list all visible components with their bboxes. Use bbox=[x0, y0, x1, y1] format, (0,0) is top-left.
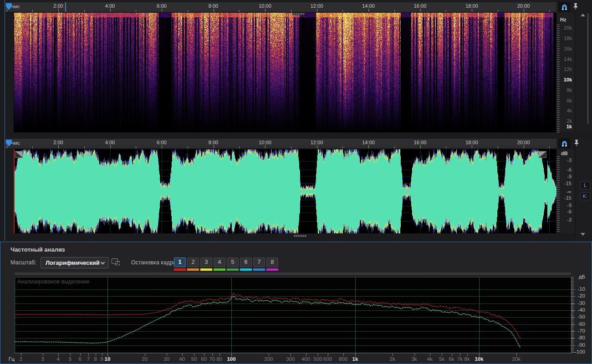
freq-tick-label: 4k bbox=[427, 356, 433, 362]
scroll-down-arrow-icon[interactable] bbox=[581, 233, 585, 236]
plot-db-tick bbox=[571, 331, 575, 332]
ruler-tick bbox=[420, 145, 421, 148]
scale-dropdown[interactable]: Логарифмический bbox=[41, 257, 109, 268]
freq-tick bbox=[442, 354, 442, 356]
channel-button-right[interactable]: K: bbox=[580, 192, 590, 200]
frequency-plot-canvas[interactable] bbox=[15, 277, 571, 353]
ruler-tick bbox=[214, 9, 214, 12]
freq-tick-label: 8 bbox=[94, 356, 97, 362]
marker-pin-button-2[interactable] bbox=[573, 139, 580, 147]
frame-hold-button-1[interactable]: 1 bbox=[174, 258, 186, 267]
plot-db-tick-label: -30 bbox=[577, 300, 585, 306]
freq-tick-label: 600 bbox=[323, 356, 332, 362]
freq-tick bbox=[306, 354, 306, 356]
db-scale-label: -9 bbox=[567, 174, 572, 179]
panel-title: Частотный анализ bbox=[10, 246, 65, 253]
freq-tick bbox=[460, 354, 460, 356]
ruler-tick bbox=[239, 147, 240, 148]
freq-tick-label: 5 bbox=[69, 356, 71, 362]
freq-tick-label: 7 bbox=[87, 356, 90, 362]
freq-tick bbox=[58, 354, 59, 356]
hz-tick-comb bbox=[556, 25, 560, 132]
waveform-display[interactable] bbox=[14, 149, 556, 233]
hz-scale-label: 10k bbox=[564, 77, 572, 82]
magnet-icon-2 bbox=[561, 140, 568, 147]
ruler-tick bbox=[342, 147, 343, 148]
hold-label: Остановка кадра: bbox=[131, 259, 178, 266]
db-scale-label: -15 bbox=[564, 195, 572, 201]
time-label: 8:00 bbox=[209, 140, 218, 145]
time-label: 8:00 bbox=[209, 3, 218, 9]
plot-db-axis-title: дБ bbox=[579, 274, 585, 279]
magnet-icon bbox=[561, 4, 568, 10]
editor-vertical-scrollbar[interactable] bbox=[575, 13, 592, 238]
freq-tick-label: 9 bbox=[100, 356, 103, 362]
frequency-plot[interactable]: Анализированое выделение bbox=[15, 277, 571, 353]
frequency-scale-ruler[interactable]: Hz 20k18k16k14k12k10k8k6k4k2k1k bbox=[556, 13, 575, 132]
freq-tick bbox=[516, 354, 517, 356]
channel-button-left[interactable]: L bbox=[580, 182, 590, 189]
fade-out-handle[interactable] bbox=[539, 151, 546, 158]
frame-hold-button-3[interactable]: 3 bbox=[200, 258, 212, 267]
freq-tick bbox=[102, 354, 102, 356]
plot-scrollbar[interactable] bbox=[15, 273, 571, 275]
db-axis-title: dB bbox=[561, 151, 568, 156]
waveform-time-ruler[interactable]: чмс 2:004:006:008:0010:0012:0014:0016:00… bbox=[5, 139, 556, 149]
spectral-resize-handle[interactable] bbox=[292, 13, 305, 15]
snap-toggle-button[interactable] bbox=[558, 2, 570, 12]
fade-in-handle[interactable] bbox=[15, 151, 23, 158]
ruler-tick bbox=[136, 147, 136, 148]
freq-tick bbox=[328, 354, 328, 356]
scroll-up-arrow-icon[interactable] bbox=[581, 14, 585, 16]
ruler-tick bbox=[291, 10, 291, 12]
freq-tick-label: 6 bbox=[78, 356, 81, 362]
ruler-tick bbox=[291, 147, 291, 148]
frame-color-bar bbox=[266, 268, 278, 271]
freq-tick bbox=[467, 354, 468, 356]
freq-tick-label: 6k bbox=[449, 356, 454, 362]
marker-pin-button[interactable] bbox=[572, 3, 579, 11]
plot-overlay-label: Анализированое выделение bbox=[17, 278, 90, 285]
ruler-tick bbox=[162, 145, 162, 148]
freq-tick-label: 80 bbox=[216, 356, 222, 362]
time-label: 12:00 bbox=[311, 3, 323, 9]
freq-tick bbox=[219, 354, 220, 356]
waveform-resize-handle-2[interactable] bbox=[294, 235, 306, 237]
current-time-indicator[interactable] bbox=[14, 149, 15, 233]
time-label: 14:00 bbox=[362, 140, 375, 145]
ruler-tick bbox=[317, 145, 317, 148]
freq-tick bbox=[80, 354, 81, 356]
snap-toggle-button-2[interactable] bbox=[558, 138, 570, 148]
waveform-canvas[interactable] bbox=[14, 149, 556, 233]
freq-tick bbox=[194, 354, 194, 356]
freq-tick bbox=[318, 354, 318, 356]
ruler-tick bbox=[162, 9, 162, 12]
freq-tick-label: 4 bbox=[57, 356, 60, 362]
plot-db-tick-label: -40 bbox=[577, 307, 585, 313]
amplitude-scale-ruler[interactable]: dB -3-6-9-15-∞-15-9-6-3 bbox=[556, 149, 575, 233]
time-marker-line[interactable] bbox=[65, 2, 66, 12]
freq-tick bbox=[21, 354, 21, 356]
panel-menu-icon[interactable]: ≡ bbox=[59, 246, 63, 253]
freq-tick-label: 400 bbox=[301, 356, 310, 362]
scroll-thumb[interactable] bbox=[587, 14, 588, 124]
freq-tick-label: 100 bbox=[227, 356, 235, 362]
ruler-tick bbox=[524, 145, 524, 148]
frame-hold-button-7[interactable]: 7 bbox=[253, 258, 265, 267]
freq-tick-label: 300 bbox=[286, 356, 295, 362]
frame-hold-button-6[interactable]: 6 bbox=[240, 258, 252, 267]
freq-tick bbox=[204, 354, 204, 356]
frame-hold-button-8[interactable]: 8 bbox=[266, 258, 278, 267]
copy-frame-button[interactable] bbox=[112, 258, 121, 267]
frame-hold-button-4[interactable]: 4 bbox=[214, 258, 225, 267]
frame-hold-button-5[interactable]: 5 bbox=[227, 258, 239, 267]
spectral-time-ruler[interactable]: чмс 2:004:006:008:0010:0012:0014:0016:00… bbox=[5, 2, 556, 12]
freq-tick bbox=[269, 354, 269, 356]
hz-scale-label: 8k bbox=[566, 87, 572, 93]
db-scale-label: -∞ bbox=[566, 189, 572, 194]
spectrogram-display[interactable] bbox=[14, 13, 556, 132]
ruler-tick bbox=[498, 147, 498, 148]
frame-hold-button-2[interactable]: 2 bbox=[187, 258, 199, 267]
plot-db-tick-label: -100 bbox=[575, 349, 585, 354]
spectrogram-canvas[interactable] bbox=[14, 13, 556, 132]
